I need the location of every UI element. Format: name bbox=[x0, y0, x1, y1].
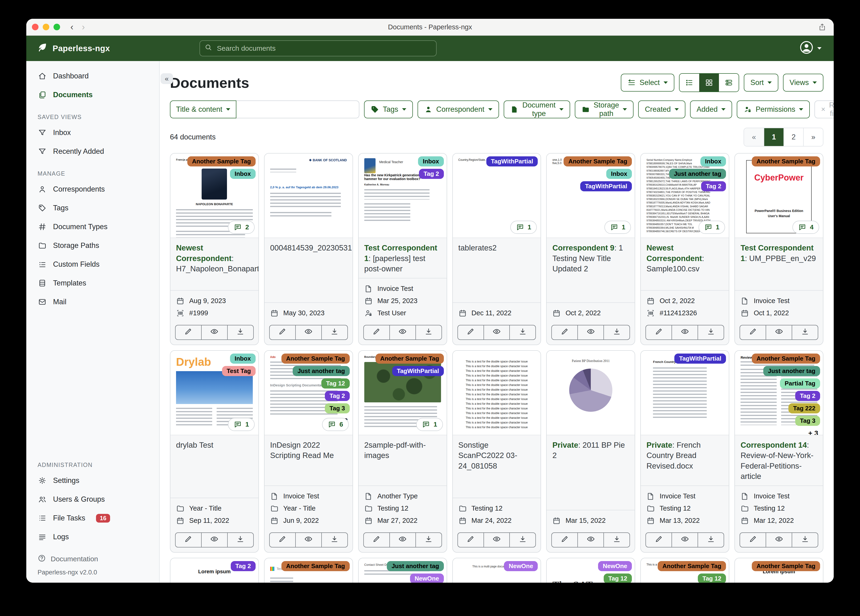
document-thumbnail[interactable]: Review of Arbitral AwardsAnother Sample … bbox=[735, 351, 823, 435]
download-button[interactable] bbox=[416, 533, 442, 547]
document-card[interactable]: AdoInDesign Scripting DocumentationAnoth… bbox=[264, 350, 353, 553]
pagination-prev-button[interactable]: « bbox=[744, 128, 764, 146]
tag-badge[interactable]: Tag 2 bbox=[795, 391, 820, 401]
tag-badge[interactable]: Another Sample Tag bbox=[375, 354, 444, 364]
document-thumbnail[interactable]: CyberPowerPowerPanel® Business EditionUs… bbox=[735, 154, 823, 238]
tag-badge[interactable]: Inbox bbox=[700, 156, 726, 167]
document-title[interactable]: 2sample-pdf-with-images bbox=[359, 435, 447, 486]
close-window-button[interactable] bbox=[32, 24, 39, 30]
download-button[interactable] bbox=[321, 325, 348, 340]
tag-badge[interactable]: Tag 2 bbox=[419, 169, 444, 179]
tag-badge[interactable]: Another Sample Tag bbox=[658, 561, 726, 571]
tag-badge[interactable]: NewOne bbox=[504, 561, 538, 571]
sidebar-item-correspondents[interactable]: Correspondents bbox=[26, 180, 159, 199]
tag-badge[interactable]: Another Sample Tag bbox=[187, 156, 256, 167]
document-thumbnail[interactable]: AdoInDesign Scripting DocumentationAnoth… bbox=[265, 351, 353, 435]
edit-button[interactable] bbox=[457, 533, 484, 547]
document-thumbnail[interactable]: Medical TeacherHas the new Kirkpatrick g… bbox=[359, 154, 447, 238]
comments-badge[interactable]: 2 bbox=[228, 221, 255, 234]
document-card[interactable]: Lorem ipsumLorem ipsum dolor sit amet, c… bbox=[734, 558, 823, 583]
document-thumbnail[interactable]: This is a testAnother Sample TagTag 12 bbox=[641, 558, 729, 583]
document-thumbnail[interactable]: Francja pod rNAPOLEON BONAPARTEAnother S… bbox=[170, 154, 259, 238]
edit-button[interactable] bbox=[269, 533, 296, 547]
sidebar-item-document-types[interactable]: Document Types bbox=[26, 217, 159, 236]
comments-badge[interactable]: 1 bbox=[510, 221, 537, 234]
share-icon[interactable] bbox=[818, 22, 826, 33]
document-title[interactable]: Private: French Country Bread Revised.do… bbox=[641, 435, 729, 486]
filter-tags-button[interactable]: Tags bbox=[364, 101, 413, 118]
view-button[interactable] bbox=[483, 325, 510, 340]
document-card[interactable]: CyberPowerPowerPanel® Business EditionUs… bbox=[734, 153, 823, 345]
view-button[interactable] bbox=[295, 533, 322, 547]
document-thumbnail[interactable]: The SATPractice Test #1Make time to take… bbox=[547, 558, 635, 583]
comments-badge[interactable]: 1 bbox=[698, 221, 725, 234]
edit-button[interactable] bbox=[175, 325, 202, 340]
sidebar-collapse-button[interactable]: « bbox=[160, 73, 173, 84]
search-field-selector[interactable]: Title & content bbox=[170, 101, 236, 118]
sidebar-item-logs[interactable]: Logs bbox=[26, 528, 159, 546]
sidebar-item-dashboard[interactable]: Dashboard bbox=[26, 67, 159, 85]
sidebar-item-documents[interactable]: Documents bbox=[26, 85, 159, 104]
edit-button[interactable] bbox=[175, 533, 202, 547]
user-menu[interactable] bbox=[799, 40, 821, 57]
document-title[interactable]: Correspondent 9: 1 Testing New Title Upd… bbox=[547, 238, 635, 302]
view-button[interactable] bbox=[766, 325, 792, 340]
tag-badge[interactable]: Tag 2 bbox=[231, 561, 256, 571]
filter-permissions-button[interactable]: Permissions bbox=[737, 101, 810, 118]
edit-button[interactable] bbox=[363, 325, 390, 340]
tag-badge[interactable]: Just another tag bbox=[763, 366, 820, 376]
view-button[interactable] bbox=[578, 533, 604, 547]
document-card[interactable]: Lorem ipsumLorem ipsum dolor sit amet, c… bbox=[170, 558, 259, 583]
tag-badge[interactable]: Tag 12 bbox=[698, 574, 726, 583]
view-grid-button[interactable] bbox=[699, 74, 719, 91]
view-button[interactable] bbox=[201, 325, 228, 340]
sidebar-item-mail[interactable]: Mail bbox=[26, 292, 159, 311]
filter-document-type-button[interactable]: Document type bbox=[504, 101, 570, 118]
tag-badge[interactable]: TagWithPartial bbox=[674, 354, 726, 364]
view-button[interactable] bbox=[672, 325, 698, 340]
view-button[interactable] bbox=[578, 325, 604, 340]
pagination-page-1[interactable]: 1 bbox=[764, 128, 783, 146]
document-card[interactable]: Francja pod rNAPOLEON BONAPARTEAnother S… bbox=[170, 153, 259, 345]
app-brand[interactable]: Paperless-ngx bbox=[37, 42, 160, 55]
download-button[interactable] bbox=[509, 533, 536, 547]
view-button[interactable] bbox=[201, 533, 228, 547]
document-thumbnail[interactable]: ❖ BANK OF SCOTLAND2,0 % p. a. auf Ihr Ta… bbox=[265, 154, 353, 238]
tag-badge[interactable]: Inbox bbox=[606, 169, 632, 179]
edit-button[interactable] bbox=[363, 533, 390, 547]
view-details-button[interactable] bbox=[719, 74, 739, 91]
document-thumbnail[interactable]: Test NameAnother Sample Tag bbox=[265, 558, 353, 583]
zoom-window-button[interactable] bbox=[53, 24, 60, 30]
document-title[interactable]: Test Correspondent 1: [paperless] test p… bbox=[359, 238, 447, 278]
tag-badge[interactable]: Another Sample Tag bbox=[752, 561, 820, 571]
tag-badge[interactable]: Just another tag bbox=[387, 561, 444, 571]
tag-badge[interactable]: Tag 222 bbox=[788, 403, 820, 413]
tag-badge[interactable]: Test Tag bbox=[222, 366, 256, 376]
tag-badge[interactable]: TagWithPartial bbox=[486, 156, 538, 167]
download-button[interactable] bbox=[698, 325, 724, 340]
minimize-window-button[interactable] bbox=[43, 24, 49, 30]
tag-badge[interactable]: Tag 2 bbox=[701, 181, 726, 191]
filter-correspondent-button[interactable]: Correspondent bbox=[417, 101, 499, 118]
tag-badge[interactable]: Another Sample Tag bbox=[752, 354, 820, 364]
document-card[interactable]: This is a testAnother Sample TagTag 12 bbox=[640, 558, 729, 583]
views-button[interactable]: Views bbox=[783, 74, 823, 91]
pagination-page-2[interactable]: 2 bbox=[783, 128, 803, 146]
comments-badge[interactable]: 1 bbox=[604, 221, 631, 234]
search-input[interactable] bbox=[216, 44, 432, 53]
download-button[interactable] bbox=[792, 325, 818, 340]
download-button[interactable] bbox=[603, 533, 630, 547]
document-title[interactable]: Test Correspondent 1: UM_PPBE_en_v29 bbox=[735, 238, 823, 290]
document-card[interactable]: This is a multi page document. Page 1.Ne… bbox=[452, 558, 541, 583]
document-card[interactable]: Patient BP Distribution 2011Private: 201… bbox=[546, 350, 635, 553]
document-card[interactable]: ❖ BANK OF SCOTLAND2,0 % p. a. auf Ihr Ta… bbox=[264, 153, 353, 345]
document-thumbnail[interactable]: Country,Region/State,TagWithPartial1 bbox=[453, 154, 541, 238]
tag-badge[interactable]: NewOne bbox=[410, 574, 444, 583]
view-button[interactable] bbox=[766, 533, 792, 547]
download-button[interactable] bbox=[509, 325, 536, 340]
document-title[interactable]: Private: 2011 BP Pie 2 bbox=[547, 435, 635, 510]
tag-badge[interactable]: Inbox bbox=[230, 169, 256, 179]
sidebar-item-tags[interactable]: Tags bbox=[26, 199, 159, 217]
sort-button[interactable]: Sort bbox=[744, 74, 778, 91]
sidebar-item-file-tasks[interactable]: File Tasks16 bbox=[26, 509, 159, 528]
